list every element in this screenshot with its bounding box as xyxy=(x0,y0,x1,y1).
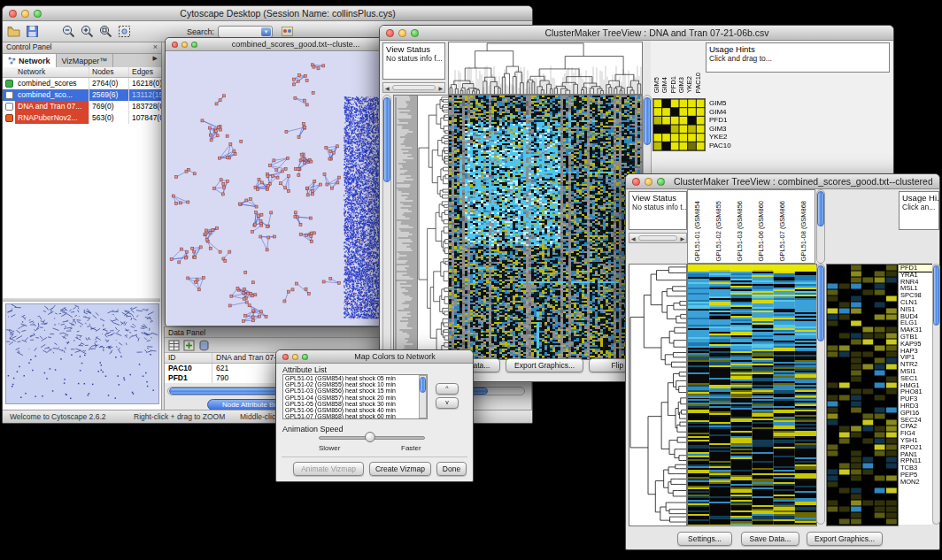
attribute-item[interactable]: GPL51-02 (GSM855) heat shock 10 min xyxy=(283,381,427,387)
attribute-list-scrollbar[interactable] xyxy=(419,375,427,418)
gene-label[interactable]: MON2 xyxy=(899,479,932,486)
gene-list-vscrollbar[interactable] xyxy=(932,264,940,525)
minimize-button[interactable] xyxy=(181,42,188,48)
pan-right-icon[interactable]: ▶ xyxy=(436,85,444,91)
pan-track[interactable] xyxy=(638,235,678,241)
attribute-list-label: Attribute List xyxy=(282,365,327,374)
network-row[interactable]: combined_scores2764(0)16218(0) xyxy=(3,78,161,89)
save-data-button[interactable]: Save Data... xyxy=(741,532,799,546)
pan-left-icon[interactable]: ◀ xyxy=(383,85,391,91)
close-button[interactable] xyxy=(386,29,394,37)
zoom-in-icon[interactable] xyxy=(80,24,95,39)
attribute-item[interactable]: GPL51-04 (GSM857) heat shock 20 min xyxy=(283,395,427,401)
search-dropdown-icon[interactable]: ▼ xyxy=(261,27,271,36)
zoom-button[interactable] xyxy=(657,178,665,186)
zoom-button[interactable] xyxy=(411,29,419,37)
row-dendrogram[interactable] xyxy=(417,95,449,360)
dendrogram-vscrollbar[interactable] xyxy=(382,95,391,358)
close-button[interactable] xyxy=(282,354,289,360)
panel-splitter[interactable] xyxy=(3,298,160,302)
attribute-item[interactable]: GPL51-05 (GSM858) heat shock 30 min xyxy=(283,401,427,407)
scrollbar-thumb[interactable] xyxy=(383,97,390,182)
zoom-button[interactable] xyxy=(302,354,308,360)
heatmap-vscrollbar[interactable] xyxy=(816,264,825,525)
open-folder-icon[interactable] xyxy=(6,24,21,39)
zoom-fit-icon[interactable] xyxy=(117,24,132,39)
close-button[interactable] xyxy=(632,178,640,186)
export-graphics-button[interactable]: Export Graphics... xyxy=(807,532,883,546)
zoom-button[interactable] xyxy=(34,10,42,18)
close-button[interactable] xyxy=(172,42,178,48)
move-up-button[interactable]: ^ xyxy=(436,383,459,395)
pan-right-icon[interactable]: ▶ xyxy=(678,235,686,242)
scrollbar-thumb[interactable] xyxy=(817,265,824,341)
zoom-selected-icon[interactable] xyxy=(98,24,113,39)
export-graphics-button[interactable]: Export Graphics... xyxy=(506,358,583,372)
scrollbar-thumb[interactable] xyxy=(644,97,651,145)
minimize-button[interactable] xyxy=(645,178,652,186)
attribute-list[interactable]: GPL51-01 (GSM854) heat shock 05 minGPL51… xyxy=(282,374,428,419)
tab-vizmapper-label: VizMapper™ xyxy=(62,57,108,65)
close-button[interactable] xyxy=(9,10,17,18)
attribute-create-icon[interactable] xyxy=(183,340,195,351)
create-vizmap-button[interactable]: Create Vizmap xyxy=(369,462,431,476)
zoom-row-label: GIM5 xyxy=(709,99,731,108)
save-icon[interactable] xyxy=(25,24,40,39)
status-welcome: Welcome to Cytoscape 2.6.2 xyxy=(10,412,106,421)
row-dendrogram[interactable] xyxy=(629,264,687,526)
view-status-box: View Status No status info t... xyxy=(629,191,687,230)
tab-network[interactable]: Network xyxy=(3,54,57,67)
column-dendrogram[interactable] xyxy=(448,42,643,95)
network-graph-canvas[interactable] xyxy=(166,52,386,326)
network-edges: 107847(0) xyxy=(129,112,161,124)
attribute-item[interactable]: GPL51-01 (GSM854) heat shock 05 min xyxy=(283,375,427,381)
matrix-icon[interactable] xyxy=(198,340,210,351)
minimize-button[interactable] xyxy=(292,354,298,360)
scrollbar-thumb[interactable] xyxy=(933,265,939,326)
close-panel-icon[interactable]: × xyxy=(153,42,158,51)
attribute-item[interactable]: GPL51-07 (GSM868) heat shock 60 min xyxy=(283,413,427,419)
speed-slider-thumb[interactable] xyxy=(365,432,375,442)
dialog-titlebar[interactable]: Map Colors to Network xyxy=(276,350,473,364)
zoom-out-icon[interactable] xyxy=(61,24,76,39)
row-dendrogram-dense[interactable] xyxy=(393,95,418,360)
combined-treeview-titlebar[interactable]: ClusterMaker TreeView : combined_scores_… xyxy=(626,174,939,189)
tab-overflow-icon[interactable]: ▶ xyxy=(150,54,161,67)
network-overview-thumbnail[interactable] xyxy=(5,303,159,404)
network-table-rows: combined_scores2764(0)16218(0)combined_s… xyxy=(3,78,161,124)
minimize-button[interactable] xyxy=(398,29,406,37)
column-label-zone: GPL51-01 (GSM854GPL51-02 (GSM855GPL51-03… xyxy=(687,189,815,264)
tab-vizmapper[interactable]: VizMapper™ xyxy=(57,54,114,67)
secondary-heatmap[interactable] xyxy=(826,264,899,526)
zoom-button[interactable] xyxy=(191,42,197,48)
animate-vizmap-button[interactable]: Animate Vizmap xyxy=(293,462,364,476)
dialog-title: Map Colors to Network xyxy=(324,352,466,361)
network-row[interactable]: DNA and Tran 07...769(0)183728(0) xyxy=(3,101,161,112)
search-input[interactable]: ▼ xyxy=(218,26,273,38)
pan-track[interactable] xyxy=(392,85,436,90)
done-button[interactable]: Done xyxy=(436,462,467,476)
dna-column-label: PAC10 xyxy=(694,73,702,93)
window-controls xyxy=(172,42,197,48)
network-row[interactable]: combined_sco...2569(6)13112(15) xyxy=(3,89,161,101)
settings-button[interactable]: Settings... xyxy=(677,532,732,546)
expression-heatmap[interactable] xyxy=(448,95,643,360)
usage-hints-text: Click and drag to... xyxy=(709,54,886,63)
zoom-heatmap[interactable] xyxy=(652,98,706,151)
network-view-titlebar[interactable]: combined_scores_good.txt--cluste... xyxy=(166,38,385,51)
main-titlebar[interactable]: Cytoscape Desktop (Session Name: collins… xyxy=(3,6,532,21)
combined-treeview-window: ClusterMaker TreeView : combined_scores_… xyxy=(625,173,940,550)
scrollbar-thumb[interactable] xyxy=(817,191,824,226)
move-down-button[interactable]: v xyxy=(436,397,459,409)
attribute-item[interactable]: GPL51-06 (GSM860) heat shock 40 min xyxy=(283,407,427,413)
label-vscrollbar[interactable] xyxy=(816,189,825,264)
expression-heatmap[interactable] xyxy=(687,264,817,526)
minimize-button[interactable] xyxy=(21,10,29,18)
attribute-select-icon[interactable] xyxy=(168,340,180,351)
dna-treeview-titlebar[interactable]: ClusterMaker TreeView : DNA and Tran 07-… xyxy=(380,26,893,41)
pan-left-icon[interactable]: ◀ xyxy=(629,235,637,242)
network-nodes: 769(0) xyxy=(89,101,129,112)
scrollbar-thumb[interactable] xyxy=(420,377,426,393)
attribute-item[interactable]: GPL51-03 (GSM856) heat shock 15 min xyxy=(283,387,427,394)
network-row[interactable]: RNAPuberNov2...563(0)107847(0) xyxy=(3,112,161,124)
